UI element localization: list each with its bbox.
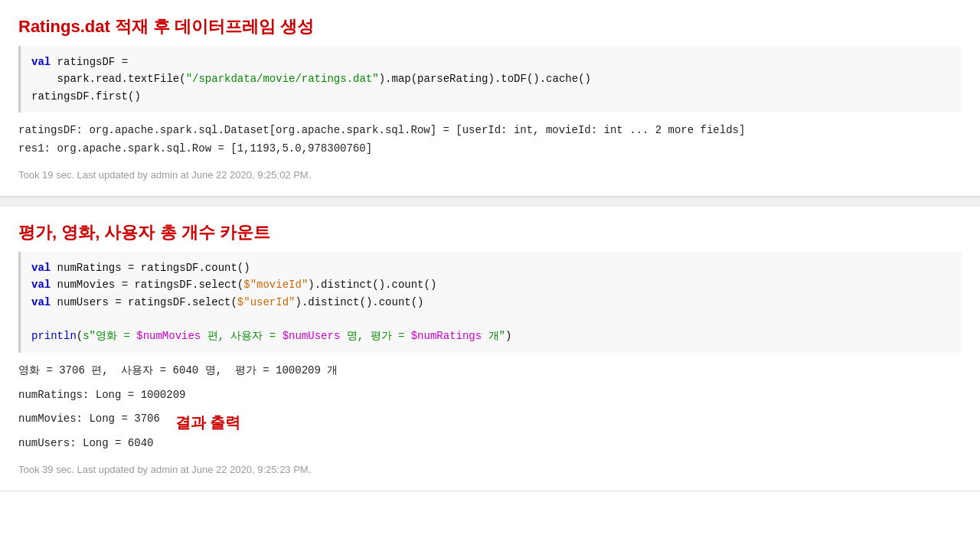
cell-1-timestamp: Took 19 sec. Last updated by admin at Ju… (18, 169, 962, 181)
cell-2-code[interactable]: val numRatings = ratingsDF.count() val n… (18, 252, 962, 353)
cell-2: 평가, 영화, 사용자 총 개수 카운트 val numRatings = ra… (0, 206, 980, 491)
cell-divider (0, 197, 980, 206)
cell-2-title: 평가, 영화, 사용자 총 개수 카운트 (18, 221, 962, 244)
cell-2-output-line3: numMovies: Long = 3706 (18, 410, 160, 429)
result-label: 결과 출력 (175, 412, 241, 433)
cell-1: Ratings.dat 적재 후 데이터프레임 생성 val ratingsDF… (0, 0, 980, 197)
cell-2-output-line1: 영화 = 3706 편, 사용자 = 6040 명, 평가 = 1000209 … (18, 362, 962, 380)
cell-1-title: Ratings.dat 적재 후 데이터프레임 생성 (18, 15, 962, 38)
cell-2-timestamp: Took 39 sec. Last updated by admin at Ju… (18, 464, 962, 475)
cell-1-code[interactable]: val ratingsDF = spark.read.textFile("/sp… (18, 46, 962, 112)
cell-2-output-line2: numRatings: Long = 1000209 (18, 386, 962, 405)
cell-2-output-line4: numUsers: Long = 6040 (18, 435, 962, 453)
cell-1-output: ratingsDF: org.apache.spark.sql.Dataset[… (18, 122, 962, 158)
